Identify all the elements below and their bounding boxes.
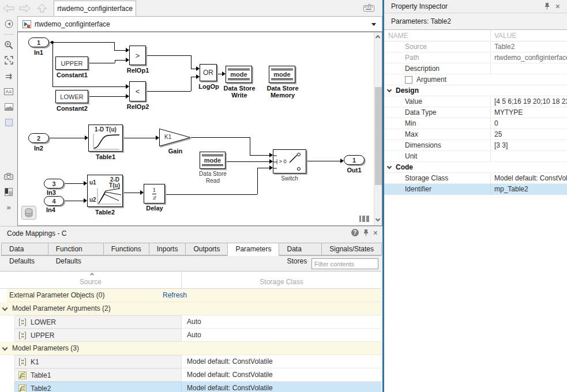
property-row-value[interactable]: Value [4 5 6;16 19 20;10 18 23] [384, 96, 567, 107]
pin-icon[interactable] [545, 2, 550, 10]
collapse-section-icon[interactable] [387, 164, 392, 169]
help-icon[interactable]: ? [351, 229, 359, 236]
section-header-design[interactable]: Design [384, 85, 567, 96]
block-constant1[interactable]: UPPER [55, 56, 88, 70]
table-row-external-parameter-objects[interactable]: External Parameter Objects (0) Refresh [0, 289, 381, 302]
storage-class-cell[interactable]: Auto [182, 329, 381, 342]
annotation-icon[interactable]: A≡ [0, 84, 17, 99]
scroll-down-icon[interactable] [376, 217, 380, 221]
canvas-vertical-scrollbar[interactable] [374, 32, 382, 225]
route-signal-lines-icon[interactable]: ⇉ [0, 68, 17, 84]
block-outport-out1[interactable]: 1 [344, 155, 365, 165]
collapse-group-icon[interactable] [2, 305, 8, 311]
storage-class-cell[interactable]: Model default: ConstVolatile [182, 382, 381, 392]
property-row-description[interactable]: Description [384, 63, 567, 74]
refresh-link[interactable]: Refresh [163, 291, 187, 299]
block-inport-in2[interactable]: 2 [28, 133, 49, 143]
property-row-identifier[interactable]: Identifier mp_Table2 [384, 184, 567, 195]
tab-functions[interactable]: Functions [103, 243, 149, 255]
block-logop[interactable]: OR [200, 64, 217, 81]
model-icon [22, 20, 31, 28]
breadcrumb[interactable]: rtwdemo_configinterface [17, 16, 382, 32]
panel-layout-icon[interactable] [359, 216, 369, 222]
storage-class-cell[interactable]: Model default: ConstVolatile [182, 355, 381, 368]
collapse-section-icon[interactable] [387, 88, 392, 92]
forward-icon[interactable] [18, 3, 31, 13]
block-delay[interactable]: 1z [144, 184, 165, 203]
area-box-icon[interactable] [0, 115, 17, 130]
wire [191, 69, 196, 69]
screenshot-camera-icon[interactable] [0, 168, 17, 184]
property-row-dimensions[interactable]: Dimensions [3 3] [384, 140, 567, 151]
block-gain[interactable]: K1 [159, 129, 191, 146]
wire [250, 155, 269, 156]
block-table1[interactable]: 1-D T(u) [88, 125, 123, 152]
block-data-store-memory[interactable]: mode [269, 66, 295, 83]
tab-signals-states[interactable]: Signals/States [321, 243, 382, 255]
block-relop2[interactable]: < [129, 81, 146, 101]
storage-class-cell[interactable]: Model default: ConstVolatile [182, 368, 381, 382]
pin-icon[interactable] [363, 229, 369, 236]
block-constant2[interactable]: LOWER [55, 90, 88, 103]
collapse-group-icon[interactable] [2, 345, 8, 350]
property-row-data-type[interactable]: Data Type MYTYPE [384, 107, 567, 118]
viewmarks-icon[interactable] [0, 184, 17, 199]
section-header-code[interactable]: Code [384, 162, 567, 173]
block-data-store-write[interactable]: mode [226, 66, 252, 83]
hide-explorer-bar-icon[interactable] [0, 16, 17, 32]
model-canvas[interactable]: 1 In1 UPPER Constant1 > RelOp1 LOWER Con… [17, 32, 382, 226]
zoom-in-icon[interactable] [0, 37, 17, 52]
model-tab-label: rtwdemo_configinterface [57, 5, 133, 13]
block-inport-in1[interactable]: 1 [28, 37, 49, 47]
up-to-parent-icon[interactable] [36, 3, 48, 13]
code-mappings-panel: Code Mappings - C ? × Data Defaults Func… [0, 226, 382, 392]
tab-inports[interactable]: Inports [149, 243, 186, 255]
close-icon[interactable]: × [373, 229, 378, 236]
filter-input[interactable] [311, 258, 378, 269]
table-header[interactable]: Source Storage Class [0, 272, 381, 289]
property-row-max[interactable]: Max 25 [384, 129, 567, 140]
scrollbar-thumb[interactable] [375, 87, 382, 185]
table-row-table1[interactable]: Table1 Model default: ConstVolatile [0, 368, 381, 382]
image-annotation-icon[interactable] [0, 99, 17, 115]
wire [115, 60, 126, 61]
storage-class-cell[interactable]: Auto [182, 315, 381, 329]
property-row-storage-class[interactable]: Storage Class Model default: ConstVol... [384, 173, 567, 184]
property-row-source[interactable]: Source Table2 [384, 42, 567, 52]
property-row-path[interactable]: Path rtwdemo_configinterface [384, 52, 567, 63]
tab-parameters[interactable]: Parameters [227, 243, 279, 256]
block-relop1[interactable]: > [129, 46, 146, 65]
model-tab[interactable]: rtwdemo_configinterface [54, 1, 136, 16]
scroll-up-icon[interactable] [376, 35, 380, 40]
table-row-lower[interactable]: LOWER Auto [0, 315, 381, 329]
column-header-storage-class[interactable]: Storage Class [182, 272, 381, 289]
tab-function-defaults[interactable]: Function Defaults [48, 243, 104, 255]
property-row-unit[interactable]: Unit [384, 151, 567, 162]
expand-toolbar-icon[interactable]: » [0, 199, 17, 215]
property-row-min[interactable]: Min 0 [384, 118, 567, 129]
fit-to-view-icon[interactable] [0, 52, 17, 68]
table-row-k1[interactable]: K1 Model default: ConstVolatile [0, 355, 381, 368]
close-icon[interactable]: × [555, 3, 560, 10]
block-data-store-read[interactable]: mode [200, 152, 226, 169]
column-header-source[interactable]: Source [0, 272, 182, 289]
tab-data-stores[interactable]: Data Stores [279, 243, 322, 255]
table-row-table2[interactable]: Table2 Model default: ConstVolatile [0, 382, 381, 392]
data-store-badge-icon[interactable] [21, 206, 36, 220]
block-inport-in3[interactable]: 3 [44, 179, 64, 189]
table-row-upper[interactable]: UPPER Auto [0, 329, 381, 342]
tab-data-defaults[interactable]: Data Defaults [1, 243, 48, 255]
wire [64, 183, 84, 184]
argument-checkbox[interactable] [405, 76, 412, 84]
property-row-argument[interactable]: Argument [384, 74, 567, 85]
table-row-model-parameter-arguments[interactable]: Model Parameter Arguments (2) [0, 302, 381, 315]
block-inport-in4[interactable]: 4 [44, 196, 64, 206]
breadcrumb-dropdown-icon[interactable] [371, 23, 376, 26]
table-row-model-parameters[interactable]: Model Parameters (3) [0, 342, 381, 355]
back-icon[interactable] [2, 3, 15, 13]
keyboard-shortcuts-icon[interactable] [363, 4, 374, 13]
wire [146, 91, 191, 92]
block-table2[interactable]: 2-D T(u) u1 u2 [87, 175, 123, 207]
block-switch[interactable]: | > 0 [273, 149, 306, 174]
tab-outports[interactable]: Outports [185, 243, 228, 255]
